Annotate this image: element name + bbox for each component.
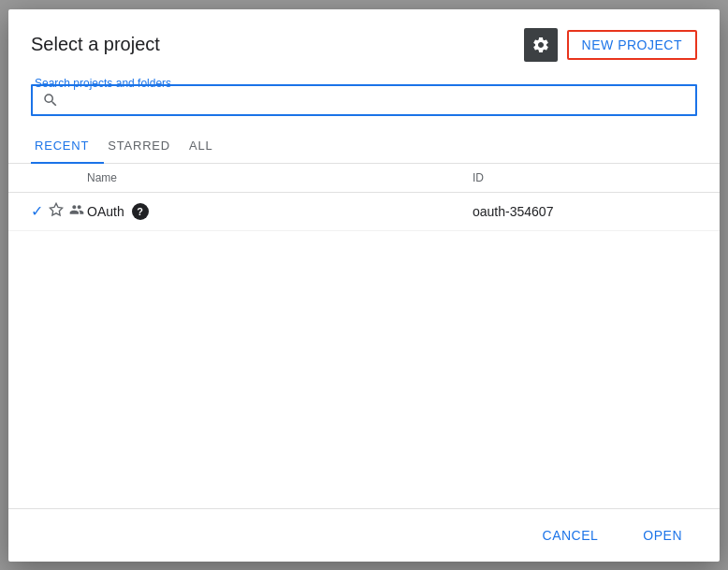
tabs: RECENT STARRED ALL bbox=[8, 116, 720, 164]
dialog-title: Select a project bbox=[31, 34, 160, 55]
project-id: oauth-354607 bbox=[473, 204, 697, 219]
select-project-dialog: Select a project NEW PROJECT Search proj… bbox=[8, 9, 720, 562]
svg-marker-0 bbox=[50, 203, 62, 215]
column-header-name: Name bbox=[31, 171, 473, 184]
search-icon bbox=[42, 92, 59, 109]
table-header: Name ID bbox=[8, 164, 720, 193]
column-header-id: ID bbox=[473, 171, 697, 184]
star-icon bbox=[49, 202, 64, 221]
tab-starred[interactable]: STARRED bbox=[104, 131, 185, 164]
table-row[interactable]: ✓ OAuth ? oauth-354607 bbox=[8, 193, 720, 231]
search-input[interactable] bbox=[66, 92, 686, 108]
gear-icon bbox=[531, 36, 550, 54]
dialog-header: Select a project NEW PROJECT bbox=[8, 9, 720, 73]
help-icon[interactable]: ? bbox=[132, 203, 149, 220]
header-actions: NEW PROJECT bbox=[524, 28, 697, 62]
new-project-button[interactable]: NEW PROJECT bbox=[567, 30, 697, 60]
search-container: Search projects and folders bbox=[8, 73, 720, 116]
row-name-cell: OAuth ? bbox=[87, 203, 473, 220]
cancel-button[interactable]: CANCEL bbox=[528, 520, 614, 550]
people-icon bbox=[69, 202, 84, 221]
tab-recent[interactable]: RECENT bbox=[31, 131, 104, 164]
table-body: ✓ OAuth ? oauth-354607 bbox=[8, 193, 720, 508]
open-button[interactable]: OPEN bbox=[628, 520, 697, 550]
settings-button[interactable] bbox=[524, 28, 558, 62]
project-name: OAuth bbox=[87, 204, 124, 219]
selected-check-icon: ✓ bbox=[31, 202, 43, 220]
tab-all[interactable]: ALL bbox=[185, 131, 228, 164]
dialog-footer: CANCEL OPEN bbox=[8, 508, 720, 562]
row-icons: ✓ bbox=[31, 202, 87, 221]
